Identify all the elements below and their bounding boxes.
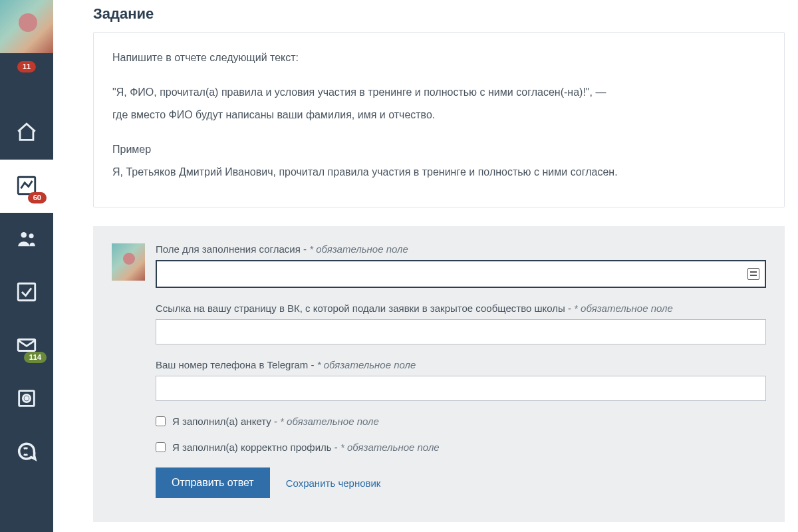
check-profile[interactable] (156, 442, 166, 452)
user-avatar[interactable] (0, 0, 53, 53)
svg-point-1 (21, 232, 27, 238)
keyboard-icon (747, 268, 759, 280)
nav-home[interactable] (0, 106, 53, 160)
safe-icon (15, 387, 38, 412)
nav-mail[interactable]: 114 (0, 319, 53, 372)
check-profile-row: Я заполнил(а) корректно профиль - * обяз… (156, 442, 766, 453)
telegram-input[interactable] (156, 376, 766, 401)
task-line2: где вместо ФИО будут написаны ваши фамил… (112, 106, 765, 124)
check-survey[interactable] (156, 416, 166, 426)
field-telegram: Ваш номер телефона в Telegram - * обязат… (156, 359, 766, 401)
nav-progress[interactable]: 60 (0, 160, 53, 213)
task-intro: Напишите в отчете следующий текст: (112, 49, 765, 67)
svg-point-2 (29, 233, 34, 238)
nav-tasks[interactable] (0, 266, 53, 319)
nav-safe[interactable] (0, 372, 53, 426)
page-title: Задание (93, 5, 785, 23)
field-telegram-label: Ваш номер телефона в Telegram - * обязат… (156, 359, 766, 370)
field-consent: Поле для заполнения согласия - * обязате… (156, 243, 766, 288)
check-profile-label: Я заполнил(а) корректно профиль - * обяз… (172, 442, 440, 453)
nav-chat[interactable] (0, 426, 53, 479)
save-draft-link[interactable]: Сохранить черновик (286, 477, 381, 489)
check-survey-label: Я заполнил(а) анкету - * обязательное по… (172, 416, 379, 427)
nav-notifications[interactable]: 11 (0, 53, 53, 106)
task-line1: "Я, ФИО, прочитал(а) правила и условия у… (112, 83, 765, 102)
chat-icon (15, 440, 38, 465)
answer-form: Поле для заполнения согласия - * обязате… (93, 226, 785, 522)
consent-input[interactable] (156, 260, 766, 288)
user-avatar-small (112, 243, 145, 281)
task-description: Напишите в отчете следующий текст: "Я, Ф… (93, 32, 785, 207)
task-example-text: Я, Третьяков Дмитрий Иванович, прочитал … (112, 163, 765, 182)
main-content: Задание Напишите в отчете следующий текс… (53, 0, 798, 532)
svg-point-7 (25, 396, 28, 399)
svg-rect-3 (18, 283, 35, 301)
sidebar: 11 60 114 (0, 0, 53, 532)
home-icon (15, 121, 38, 146)
chart-badge: 60 (28, 192, 47, 203)
field-consent-label: Поле для заполнения согласия - * обязате… (156, 243, 766, 255)
field-vk-label: Ссылка на вашу страницу в ВК, с которой … (156, 303, 766, 314)
mail-badge: 114 (24, 352, 47, 363)
check-icon (15, 281, 38, 305)
people-icon (15, 227, 38, 252)
task-example-label: Пример (112, 140, 765, 159)
submit-button[interactable]: Отправить ответ (156, 467, 270, 498)
check-survey-row: Я заполнил(а) анкету - * обязательное по… (156, 416, 766, 427)
vk-link-input[interactable] (156, 319, 766, 344)
notif-badge: 11 (17, 61, 36, 72)
nav-people[interactable] (0, 213, 53, 266)
field-vk: Ссылка на вашу страницу в ВК, с которой … (156, 303, 766, 344)
